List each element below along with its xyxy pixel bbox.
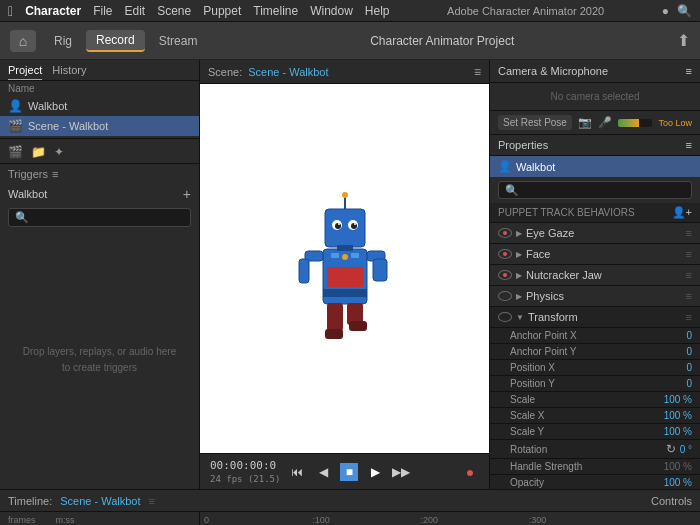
scale-value[interactable]: 100 % [664,394,692,405]
opacity-label: Opacity [510,477,544,488]
transform-menu-icon[interactable]: ≡ [686,311,692,323]
microphone-icon: 🎤 [598,116,612,129]
transform-visibility-icon[interactable] [498,312,512,322]
audio-level-bar [618,119,653,127]
skip-back-button[interactable]: ⏮ [288,463,306,481]
red-dot [503,231,507,235]
person-icon-small: 👤 [498,160,512,173]
rotation-icon: ↻ [666,442,676,456]
svg-rect-16 [373,259,387,281]
anchor-x-value[interactable]: 0 [686,330,692,341]
properties-search[interactable] [498,181,692,199]
svg-rect-2 [327,267,363,287]
svg-rect-20 [349,321,367,331]
transform-label: Transform [528,311,682,323]
share-button[interactable]: ⬆ [677,31,690,50]
anchor-y-label: Anchor Point Y [510,346,577,357]
bottom-area: Timeline: Scene - Walkbot ≡ Controls fra… [0,489,700,525]
transform-chevron-icon: ▼ [516,313,524,322]
menu-window[interactable]: Window [310,4,353,18]
menu-puppet[interactable]: Puppet [203,4,241,18]
ruler-label-row: frames m:ss [0,512,199,525]
folder-icon[interactable]: 📁 [31,145,46,159]
scene-menu-icon[interactable]: ≡ [474,65,481,79]
svg-rect-18 [325,329,343,339]
set-rest-pose-button[interactable]: Set Rest Pose [498,115,572,130]
eye-visibility-icon[interactable] [498,228,512,238]
star-icon[interactable]: ✦ [54,145,64,159]
timeline-ruler[interactable]: 0 :100 :200 :300 [200,512,700,525]
add-behavior-icon[interactable]: 👤+ [672,206,692,219]
triggers-search[interactable]: 🔍 [8,208,191,227]
triggers-search-input[interactable] [33,212,184,224]
step-back-button[interactable]: ◀ [314,463,332,481]
menu-help[interactable]: Help [365,4,390,18]
audio-level-fill [618,119,639,127]
menu-file[interactable]: File [93,4,112,18]
nutcracker-chevron-icon: ▶ [516,271,522,280]
behavior-eye-gaze[interactable]: ▶ Eye Gaze ≡ [490,223,700,244]
project-item-walkbot[interactable]: 👤 Walkbot [0,96,199,116]
search-menubar-icon[interactable]: 🔍 [677,4,692,18]
left-panel: Project History Name 👤 Walkbot 🎬 Scene -… [0,60,200,489]
camera-icon-small: 📷 [578,116,592,129]
menu-timeline[interactable]: Timeline [253,4,298,18]
physics-visibility-icon[interactable] [498,291,512,301]
anchor-x-label: Anchor Point X [510,330,577,341]
behavior-nutcracker[interactable]: ▶ Nutcracker Jaw ≡ [490,265,700,286]
no-camera-text: No camera selected [490,83,700,110]
scene-icon: 🎬 [8,119,23,133]
scene-name: Scene - Walkbot [248,66,328,78]
nutcracker-visibility-icon[interactable] [498,270,512,280]
tab-rig[interactable]: Rig [44,31,82,51]
face-menu-icon[interactable]: ≡ [686,248,692,260]
triggers-section: Triggers ≡ [0,163,199,184]
skip-forward-button[interactable]: ▶▶ [392,463,410,481]
face-visibility-icon[interactable] [498,249,512,259]
tab-project[interactable]: Project [8,64,42,80]
menu-edit[interactable]: Edit [125,4,146,18]
scene-viewport[interactable] [200,84,489,453]
behavior-face[interactable]: ▶ Face ≡ [490,244,700,265]
anchor-y-value[interactable]: 0 [686,346,692,357]
home-button[interactable]: ⌂ [10,30,36,52]
toolbar: ⌂ Rig Record Stream Character Animator P… [0,22,700,60]
position-y-label: Position Y [510,378,555,389]
menu-scene[interactable]: Scene [157,4,191,18]
record-button[interactable]: ● [461,463,479,481]
transform-header[interactable]: ▼ Transform ≡ [490,307,700,328]
tab-record[interactable]: Record [86,30,145,52]
controls-button[interactable]: Controls [651,495,692,507]
opacity-value[interactable]: 100 % [664,477,692,488]
face-label: Face [526,248,682,260]
main-content: Project History Name 👤 Walkbot 🎬 Scene -… [0,60,700,489]
physics-menu-icon[interactable]: ≡ [686,290,692,302]
scene-walkbot-label: Scene - Walkbot [28,120,108,132]
svg-point-6 [335,223,341,229]
timeline-header: Timeline: Scene - Walkbot ≡ Controls [0,490,700,512]
stop-button[interactable]: ■ [340,463,358,481]
scale-x-value[interactable]: 100 % [664,410,692,421]
properties-search-input[interactable] [505,184,685,196]
ruler-mark-0: 0 [204,515,209,525]
handle-strength-value[interactable]: 100 % [664,461,692,472]
project-item-scene-walkbot[interactable]: 🎬 Scene - Walkbot [0,116,199,136]
behavior-physics[interactable]: ▶ Physics ≡ [490,286,700,307]
tab-history[interactable]: History [52,64,86,80]
scale-y-value[interactable]: 100 % [664,426,692,437]
properties-menu-icon: ≡ [686,139,692,151]
triggers-add-button[interactable]: + [183,186,191,202]
nutcracker-menu-icon[interactable]: ≡ [686,269,692,281]
tab-stream[interactable]: Stream [149,31,208,51]
rotation-value[interactable]: 0 ° [680,444,692,455]
position-y-value[interactable]: 0 [686,378,692,389]
camera-icon[interactable]: 🎬 [8,145,23,159]
camera-menu-icon: ≡ [686,65,692,77]
prop-anchor-x: Anchor Point X 0 [490,328,700,344]
character-figure [295,179,395,359]
behavior-menu-icon[interactable]: ≡ [686,227,692,239]
apple-icon:  [8,3,13,19]
play-button[interactable]: ▶ [366,463,384,481]
nutcracker-label: Nutcracker Jaw [526,269,682,281]
position-x-value[interactable]: 0 [686,362,692,373]
